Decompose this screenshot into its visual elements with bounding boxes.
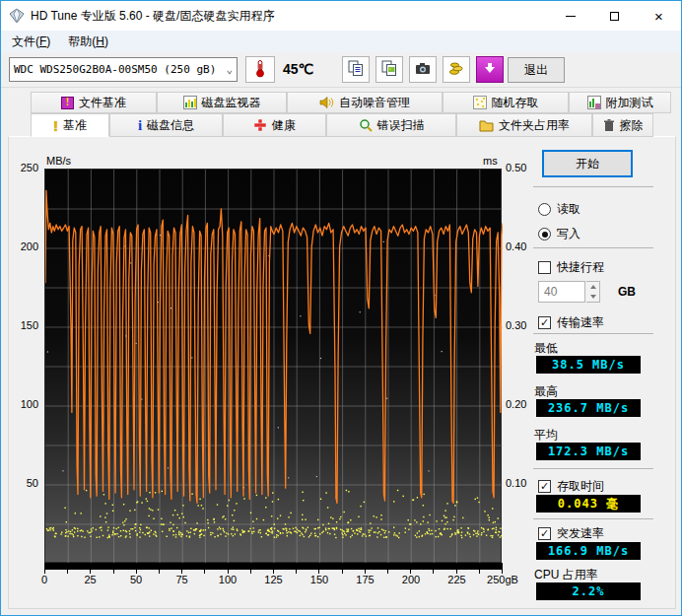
coins-button[interactable] xyxy=(443,56,470,83)
tab-erase[interactable]: 擦除 xyxy=(592,113,653,137)
temperature-button[interactable] xyxy=(245,56,275,83)
magnifier-icon xyxy=(359,118,373,132)
file-benchmark-icon: ! xyxy=(61,97,74,109)
folder-icon xyxy=(479,119,494,132)
short-stroke-spinner xyxy=(586,281,600,303)
copy-image-button[interactable] xyxy=(375,56,403,83)
min-value-display: 38.5 MB/s xyxy=(536,356,641,374)
burst-rate-checkbox[interactable]: ✓ 突发速率 xyxy=(538,525,604,542)
separator xyxy=(533,247,653,248)
app-window: HD Tune 专业版 5.60 - 硬盘/固态硬盘实用程序 × 文件(F) 帮… xyxy=(0,0,682,616)
chart-plot xyxy=(44,169,502,563)
benchmark-icon: ! xyxy=(53,118,58,133)
drive-select-value: WDC WDS250G2B0A-00SM50 (250 gB) xyxy=(14,63,216,76)
separator xyxy=(533,333,653,334)
download-arrow-icon xyxy=(484,62,496,77)
app-icon xyxy=(9,8,25,24)
x-axis-bar xyxy=(44,563,503,570)
x-axis-labels: 0 25 50 75 100 125 150 175 200 225 250gB xyxy=(44,574,503,587)
y-tick: 250 xyxy=(3,162,38,173)
access-time-checkbox[interactable]: ✓ 存取时间 xyxy=(538,478,604,495)
copy-image-icon xyxy=(381,60,397,80)
tab-error-scan[interactable]: 错误扫描 xyxy=(326,113,456,137)
close-icon: × xyxy=(654,9,663,24)
chevron-down-icon: ⌄ xyxy=(226,63,233,76)
y-tick: 200 xyxy=(3,240,38,252)
camera-icon xyxy=(415,61,431,79)
avg-label: 平均 xyxy=(534,427,558,444)
trash-icon xyxy=(603,118,615,132)
start-button[interactable]: 开始 xyxy=(542,150,633,177)
short-stroke-input[interactable]: 40 xyxy=(538,281,585,303)
close-button[interactable]: × xyxy=(637,1,681,31)
tab-extra-tests[interactable]: 附加测试 xyxy=(569,92,671,113)
tab-random-access[interactable]: 随机存取 xyxy=(443,92,569,113)
maximize-button[interactable] xyxy=(592,1,637,31)
coins-icon xyxy=(448,60,464,79)
tab-file-benchmark[interactable]: ! 文件基准 xyxy=(31,92,157,113)
radio-checked-icon xyxy=(538,228,551,240)
radio-unchecked-icon xyxy=(538,203,551,216)
y-tick: 150 xyxy=(3,319,38,331)
y-tick: 100 xyxy=(3,398,38,410)
arrow-up-icon xyxy=(590,285,596,289)
tab-aam[interactable]: 自动噪音管理 xyxy=(287,92,443,113)
transfer-rate-checkbox[interactable]: ✓ 传输速率 xyxy=(538,314,604,331)
cpu-usage-display: 2.2% xyxy=(536,582,641,600)
tab-folder-usage[interactable]: 文件夹占用率 xyxy=(456,113,592,137)
info-icon: i xyxy=(138,118,142,133)
write-radio[interactable]: 写入 xyxy=(538,226,580,242)
separator xyxy=(533,468,653,469)
minimize-button[interactable] xyxy=(548,1,592,31)
tab-benchmark[interactable]: ! 基准 xyxy=(31,113,109,137)
min-label: 最低 xyxy=(534,340,558,357)
benchmark-graph xyxy=(45,170,503,564)
toolbar: WDC WDS250G2B0A-00SM50 (250 gB) ⌄ 45℃ xyxy=(1,52,681,88)
copy-text-button[interactable] xyxy=(342,56,370,83)
y-left-axis-unit: MB/s xyxy=(46,155,71,167)
disk-monitor-icon xyxy=(183,96,197,109)
menu-help[interactable]: 帮助(H) xyxy=(59,31,117,52)
checkbox-checked-icon: ✓ xyxy=(538,527,551,540)
y-tick: 50 xyxy=(3,477,38,489)
menu-bar: 文件(F) 帮助(H) xyxy=(1,31,681,52)
short-stroke-checkbox[interactable]: 快捷行程 xyxy=(538,259,604,276)
arrow-down-icon xyxy=(590,295,596,299)
burst-rate-display: 166.9 MB/s xyxy=(536,542,641,560)
max-label: 最高 xyxy=(534,383,558,400)
health-cross-icon xyxy=(253,118,267,132)
checkbox-checked-icon: ✓ xyxy=(538,316,551,329)
extra-tests-icon xyxy=(587,96,601,109)
temperature-value: 45℃ xyxy=(283,61,313,77)
random-access-icon xyxy=(473,96,487,109)
y-right-axis-unit: ms xyxy=(483,155,498,167)
drive-select[interactable]: WDC WDS250G2B0A-00SM50 (250 gB) ⌄ xyxy=(9,57,238,82)
screenshot-button[interactable] xyxy=(409,56,437,83)
cpu-usage-label: CPU 占用率 xyxy=(534,567,598,583)
window-title: HD Tune 专业版 5.60 - 硬盘/固态硬盘实用程序 xyxy=(31,8,274,25)
tab-health[interactable]: 健康 xyxy=(223,113,326,137)
exit-button[interactable]: 退出 xyxy=(508,57,565,83)
tab-disk-info[interactable]: i 磁盘信息 xyxy=(109,113,223,137)
speaker-icon xyxy=(319,96,334,109)
thermometer-icon xyxy=(255,59,265,81)
separator xyxy=(533,186,653,187)
y-right-tick: 0.50 xyxy=(506,162,545,173)
tab-row-secondary: ! 文件基准 磁盘监视器 自动噪音管理 随机存取 附加测试 xyxy=(31,92,671,113)
spin-up-button[interactable] xyxy=(586,282,599,292)
access-time-display: 0.043 毫 xyxy=(536,495,641,513)
minimize-icon xyxy=(566,16,576,17)
download-button[interactable] xyxy=(476,56,504,83)
checkbox-unchecked-icon xyxy=(538,261,551,274)
gb-unit-label: GB xyxy=(618,285,636,299)
max-value-display: 236.7 MB/s xyxy=(536,399,641,417)
title-bar: HD Tune 专业版 5.60 - 硬盘/固态硬盘实用程序 × xyxy=(1,1,681,31)
separator xyxy=(533,518,653,519)
menu-file[interactable]: 文件(F) xyxy=(3,31,59,52)
read-radio[interactable]: 读取 xyxy=(538,201,580,218)
avg-value-display: 172.3 MB/s xyxy=(536,443,641,460)
spin-down-button[interactable] xyxy=(586,292,599,302)
maximize-icon xyxy=(610,12,619,21)
tab-disk-monitor[interactable]: 磁盘监视器 xyxy=(157,92,287,113)
tab-row-primary: ! 基准 i 磁盘信息 健康 错误扫描 文件夹占用率 xyxy=(31,113,653,137)
